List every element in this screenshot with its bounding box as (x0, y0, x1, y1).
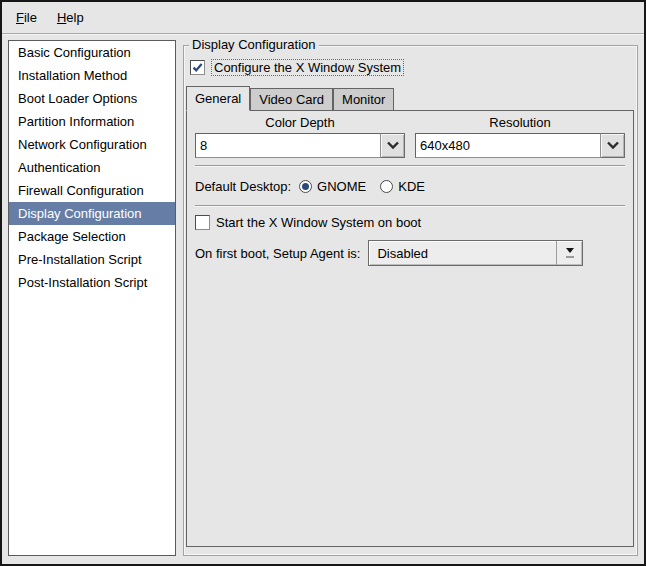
radio-icon[interactable] (380, 180, 393, 193)
frame-title: Display Configuration (189, 37, 319, 52)
display-configuration-frame: Display Configuration Configure the X Wi… (183, 45, 638, 556)
arrow-down-icon (566, 248, 574, 253)
setup-agent-dropdown[interactable]: Disabled (368, 240, 583, 266)
menubar: File Help (2, 2, 644, 34)
start-x-label: Start the X Window System on boot (216, 215, 421, 230)
resolution-group: Resolution (415, 115, 625, 158)
indicator-dash (566, 256, 574, 258)
menu-file[interactable]: File (6, 5, 47, 30)
resolution-input[interactable] (415, 133, 601, 158)
configure-x-label: Configure the X Window System (211, 59, 404, 76)
configure-x-checkbox[interactable]: Configure the X Window System (190, 59, 404, 76)
tab-video-card[interactable]: Video Card (250, 88, 333, 110)
separator (195, 205, 625, 207)
default-desktop-radios: GNOMEKDE (299, 179, 425, 194)
kickstart-configurator-window: File Help Basic ConfigurationInstallatio… (0, 0, 646, 566)
sidebar-item[interactable]: Installation Method (9, 64, 175, 87)
separator (195, 165, 625, 167)
setup-agent-label: On first boot, Setup Agent is: (195, 246, 360, 261)
sidebar-item[interactable]: Pre-Installation Script (9, 248, 175, 271)
sidebar-item[interactable]: Display Configuration (9, 202, 175, 225)
tab-bar: GeneralVideo CardMonitor (186, 86, 634, 111)
tab-monitor[interactable]: Monitor (333, 88, 394, 110)
resolution-combo (415, 133, 625, 158)
color-depth-combo (195, 133, 405, 158)
start-x-checkbox[interactable]: Start the X Window System on boot (195, 215, 625, 230)
sidebar-item[interactable]: Basic Configuration (9, 41, 175, 64)
radio-label: KDE (398, 179, 425, 194)
sidebar-item[interactable]: Partition Information (9, 110, 175, 133)
tab-general[interactable]: General (186, 86, 250, 111)
color-depth-group: Color Depth (195, 115, 405, 158)
sidebar-item[interactable]: Package Selection (9, 225, 175, 248)
default-desktop-row: Default Desktop: GNOMEKDE (195, 174, 625, 198)
resolution-label: Resolution (415, 115, 625, 130)
sidebar-item[interactable]: Network Configuration (9, 133, 175, 156)
resolution-dropdown-button[interactable] (601, 133, 625, 158)
sidebar-list[interactable]: Basic ConfigurationInstallation MethodBo… (8, 40, 176, 556)
notebook: GeneralVideo CardMonitor Color Depth (186, 86, 634, 547)
sidebar-item[interactable]: Post-Installation Script (9, 271, 175, 294)
chevron-down-icon (386, 141, 400, 150)
radio-option-kde[interactable]: KDE (380, 179, 425, 194)
color-depth-input[interactable] (195, 133, 381, 158)
default-desktop-label: Default Desktop: (195, 179, 291, 194)
option-menu-indicator (556, 241, 582, 265)
sidebar-item[interactable]: Authentication (9, 156, 175, 179)
color-depth-dropdown-button[interactable] (381, 133, 405, 158)
combo-row: Color Depth Resolution (195, 115, 625, 158)
radio-icon[interactable] (299, 180, 312, 193)
menu-help[interactable]: Help (47, 5, 94, 30)
sidebar-item[interactable]: Firewall Configuration (9, 179, 175, 202)
tab-general-panel: Color Depth Resolution (186, 110, 634, 547)
radio-option-gnome[interactable]: GNOME (299, 179, 366, 194)
radio-label: GNOME (317, 179, 366, 194)
start-x-checkbox-box[interactable] (195, 215, 210, 230)
checkmark-icon (192, 62, 203, 73)
setup-agent-value: Disabled (369, 246, 556, 261)
configure-x-checkbox-box[interactable] (190, 60, 205, 75)
sidebar-item[interactable]: Boot Loader Options (9, 87, 175, 110)
setup-agent-row: On first boot, Setup Agent is: Disabled (195, 240, 625, 266)
chevron-down-icon (606, 141, 620, 150)
color-depth-label: Color Depth (195, 115, 405, 130)
